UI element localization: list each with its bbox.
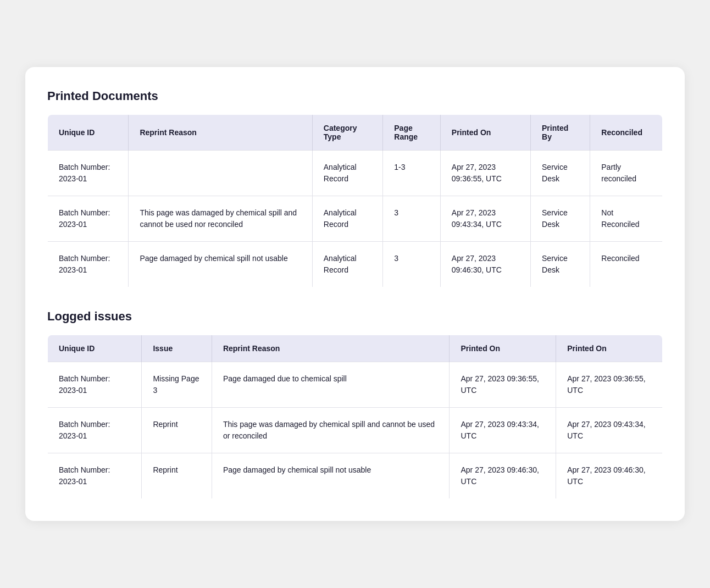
cell-li-unique-id: Batch Number: 2023-01 bbox=[48, 453, 142, 499]
col-header-li-reprint-reason: Reprint Reason bbox=[212, 335, 450, 362]
cell-unique-id: Batch Number: 2023-01 bbox=[48, 242, 129, 287]
cell-li-printed-on-1: Apr 27, 2023 09:43:34, UTC bbox=[450, 408, 556, 453]
col-header-printed-on: Printed On bbox=[440, 115, 530, 151]
cell-li-reprint-reason: Page damaged due to chemical spill bbox=[212, 362, 450, 408]
logged-issues-title: Logged issues bbox=[47, 309, 663, 324]
table-row: Batch Number: 2023-01This page was damag… bbox=[48, 196, 663, 242]
cell-category-type: Analytical Record bbox=[312, 196, 382, 242]
cell-category-type: Analytical Record bbox=[312, 151, 382, 196]
cell-page-range: 3 bbox=[383, 196, 441, 242]
cell-printed-by: Service Desk bbox=[531, 242, 590, 287]
cell-page-range: 3 bbox=[383, 242, 441, 287]
table-row: Batch Number: 2023-01ReprintThis page wa… bbox=[48, 408, 663, 453]
logged-issues-header-row: Unique ID Issue Reprint Reason Printed O… bbox=[48, 335, 663, 362]
col-header-category-type: Category Type bbox=[312, 115, 382, 151]
col-header-reconciled: Reconciled bbox=[590, 115, 663, 151]
cell-reprint-reason: Page damaged by chemical spill not usabl… bbox=[129, 242, 312, 287]
main-card: Printed Documents Unique ID Reprint Reas… bbox=[25, 67, 685, 521]
cell-category-type: Analytical Record bbox=[312, 242, 382, 287]
cell-printed-on: Apr 27, 2023 09:46:30, UTC bbox=[440, 242, 530, 287]
col-header-li-printed-on-2: Printed On bbox=[556, 335, 663, 362]
col-header-li-issue: Issue bbox=[142, 335, 212, 362]
cell-reconciled: Not Reconciled bbox=[590, 196, 663, 242]
cell-reconciled: Partly reconciled bbox=[590, 151, 663, 196]
cell-li-printed-on-2: Apr 27, 2023 09:43:34, UTC bbox=[556, 408, 663, 453]
col-header-li-printed-on-1: Printed On bbox=[450, 335, 556, 362]
cell-reprint-reason: This page was damaged by chemical spill … bbox=[129, 196, 312, 242]
col-header-li-unique-id: Unique ID bbox=[48, 335, 142, 362]
cell-printed-on: Apr 27, 2023 09:43:34, UTC bbox=[440, 196, 530, 242]
cell-li-printed-on-1: Apr 27, 2023 09:36:55, UTC bbox=[450, 362, 556, 408]
logged-issues-table: Unique ID Issue Reprint Reason Printed O… bbox=[47, 335, 663, 499]
col-header-printed-by: Printed By bbox=[531, 115, 590, 151]
printed-documents-table: Unique ID Reprint Reason Category Type P… bbox=[47, 114, 663, 287]
printed-documents-title: Printed Documents bbox=[47, 89, 663, 103]
cell-li-reprint-reason: Page damaged by chemical spill not usabl… bbox=[212, 453, 450, 499]
cell-li-reprint-reason: This page was damaged by chemical spill … bbox=[212, 408, 450, 453]
table-row: Batch Number: 2023-01Page damaged by che… bbox=[48, 242, 663, 287]
cell-unique-id: Batch Number: 2023-01 bbox=[48, 151, 129, 196]
cell-printed-by: Service Desk bbox=[531, 151, 590, 196]
cell-li-printed-on-2: Apr 27, 2023 09:36:55, UTC bbox=[556, 362, 663, 408]
cell-li-unique-id: Batch Number: 2023-01 bbox=[48, 408, 142, 453]
printed-documents-header-row: Unique ID Reprint Reason Category Type P… bbox=[48, 115, 663, 151]
col-header-reprint-reason: Reprint Reason bbox=[129, 115, 312, 151]
cell-reconciled: Reconciled bbox=[590, 242, 663, 287]
table-row: Batch Number: 2023-01Analytical Record1-… bbox=[48, 151, 663, 196]
cell-printed-on: Apr 27, 2023 09:36:55, UTC bbox=[440, 151, 530, 196]
cell-li-issue: Reprint bbox=[142, 453, 212, 499]
table-row: Batch Number: 2023-01ReprintPage damaged… bbox=[48, 453, 663, 499]
cell-li-unique-id: Batch Number: 2023-01 bbox=[48, 362, 142, 408]
cell-reprint-reason bbox=[129, 151, 312, 196]
cell-unique-id: Batch Number: 2023-01 bbox=[48, 196, 129, 242]
cell-li-issue: Missing Page 3 bbox=[142, 362, 212, 408]
col-header-page-range: Page Range bbox=[383, 115, 441, 151]
table-row: Batch Number: 2023-01Missing Page 3Page … bbox=[48, 362, 663, 408]
cell-page-range: 1-3 bbox=[383, 151, 441, 196]
cell-li-printed-on-1: Apr 27, 2023 09:46:30, UTC bbox=[450, 453, 556, 499]
cell-li-printed-on-2: Apr 27, 2023 09:46:30, UTC bbox=[556, 453, 663, 499]
cell-li-issue: Reprint bbox=[142, 408, 212, 453]
col-header-unique-id: Unique ID bbox=[48, 115, 129, 151]
cell-printed-by: Service Desk bbox=[531, 196, 590, 242]
